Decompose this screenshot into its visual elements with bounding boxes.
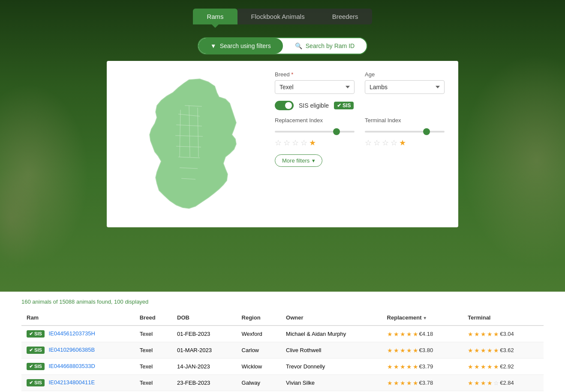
cell-breed: Texel [135, 326, 172, 342]
terminal-stars-cell: ★★★★★ €3.04 [468, 331, 538, 338]
nav-tabs: Rams Flockbook Animals Breeders [193, 9, 372, 24]
terminal-stars-row: ☆ ☆ ☆ ☆ ★ [365, 138, 445, 148]
map-container[interactable] [120, 71, 266, 217]
more-filters-label: More filters [282, 157, 310, 164]
cell-terminal: ★★★★★ €2.92 [463, 359, 544, 375]
rep-star: ★ [406, 347, 412, 354]
results-count: 160 animals of 15088 animals found, 100 … [21, 299, 544, 305]
sis-badge: ✔ SIS [334, 102, 354, 109]
cell-terminal: ★★★★☆ €2.84 [463, 375, 544, 391]
cell-replacement: ★★★★★ €3.79 [382, 359, 463, 375]
term-star: ★ [474, 331, 480, 338]
table-header: Ram Breed DOB Region Owner Replacement T… [21, 310, 544, 326]
terminal-star-1[interactable]: ☆ [365, 138, 372, 148]
terminal-index-group: Terminal Index ☆ ☆ ☆ ☆ ★ [365, 117, 445, 148]
ireland-map[interactable] [133, 71, 253, 217]
col-ram: Ram [21, 310, 135, 326]
rep-star: ★ [406, 380, 412, 386]
cell-breed: Texel [135, 375, 172, 391]
term-star: ★ [487, 331, 493, 338]
sis-tag: ✔ SIS [27, 379, 45, 386]
cell-region: Galway [237, 375, 281, 391]
col-replacement[interactable]: Replacement [382, 310, 463, 326]
term-star: ★ [468, 347, 473, 354]
age-select[interactable]: Lambs Shearlings Adults [365, 80, 445, 94]
replacement-star-3[interactable]: ☆ [292, 138, 299, 148]
terminal-star-4[interactable]: ☆ [391, 138, 397, 148]
breed-label: Breed * [275, 71, 355, 78]
terminal-value: €3.62 [500, 347, 514, 353]
ram-id-link[interactable]: IE044561203735H [48, 330, 95, 337]
cell-breed: Texel [135, 359, 172, 375]
table-body: ✔ SIS IE044561203735H Texel 01-FEB-2023 … [21, 326, 544, 391]
cell-replacement: ★★★★★ €3.78 [382, 375, 463, 391]
replacement-star-5[interactable]: ★ [309, 138, 316, 148]
sis-row: SIS eligible ✔ SIS [275, 101, 445, 110]
replacement-stars-cell: ★★★★★ €3.78 [387, 380, 458, 386]
tab-rams[interactable]: Rams [193, 9, 237, 24]
replacement-stars-row: ☆ ☆ ☆ ☆ ★ [275, 138, 355, 148]
terminal-value: €2.92 [500, 363, 514, 370]
breed-select[interactable]: Texel Suffolk Charollais Lleyn Belclare [275, 80, 355, 94]
terminal-star-2[interactable]: ☆ [373, 138, 380, 148]
cell-dob: 01-FEB-2023 [172, 326, 237, 342]
chevron-down-icon: ▾ [312, 157, 315, 164]
sis-toggle[interactable] [275, 101, 294, 110]
age-label: Age [365, 71, 445, 78]
rep-star: ★ [394, 363, 399, 370]
search-filter-button[interactable]: ▼ Search using filters [198, 38, 283, 54]
cell-ram: ✔ SIS IE044668803533D [21, 359, 135, 375]
cell-ram: ✔ SIS IE044561203735H [21, 326, 135, 342]
more-filters-button[interactable]: More filters ▾ [275, 154, 322, 167]
table-row: ✔ SIS IE041029606385B Texel 01-MAR-2023 … [21, 342, 544, 359]
ram-id-link[interactable]: IE042134800411E [48, 379, 95, 386]
terminal-star-5[interactable]: ★ [399, 138, 406, 148]
term-star: ★ [474, 380, 480, 386]
terminal-value: €3.04 [500, 331, 514, 337]
results-section: 160 animals of 15088 animals found, 100 … [0, 292, 565, 392]
ram-id-link[interactable]: IE041029606385B [48, 347, 95, 353]
cell-region: Wicklow [237, 359, 281, 375]
terminal-stars-cell: ★★★★★ €3.62 [468, 347, 538, 354]
filter-panel: Breed * Texel Suffolk Charollais Lleyn B… [107, 61, 458, 227]
ram-id-link[interactable]: IE044668803533D [48, 363, 95, 369]
term-star: ★ [493, 347, 499, 354]
table-row: ✔ SIS IE042134800411E Texel 23-FEB-2023 … [21, 375, 544, 391]
cell-dob: 14-JAN-2023 [172, 359, 237, 375]
rep-star: ★ [387, 380, 393, 386]
replacement-value: €3.78 [419, 380, 433, 386]
cell-owner: Vivian Silke [281, 375, 382, 391]
rep-star: ★ [413, 331, 418, 338]
rep-star: ★ [387, 347, 393, 354]
filter-icon: ▼ [210, 42, 216, 49]
tab-breeders[interactable]: Breeders [319, 9, 372, 24]
tab-flockbook[interactable]: Flockbook Animals [237, 9, 319, 24]
replacement-star-2[interactable]: ☆ [283, 138, 290, 148]
search-ramid-button[interactable]: 🔍 Search by Ram ID [283, 38, 367, 54]
terminal-stars-cell: ★★★★☆ €2.84 [468, 380, 538, 386]
terminal-index-slider[interactable] [365, 131, 445, 133]
replacement-star-1[interactable]: ☆ [275, 138, 282, 148]
terminal-star-3[interactable]: ☆ [382, 138, 389, 148]
replacement-slider-wrapper [275, 127, 355, 134]
cell-terminal: ★★★★★ €3.62 [463, 342, 544, 359]
replacement-index-group: Replacement Index ☆ ☆ ☆ ☆ ★ [275, 117, 355, 148]
replacement-value: €3.79 [419, 363, 433, 370]
breed-group: Breed * Texel Suffolk Charollais Lleyn B… [275, 71, 355, 94]
term-star: ★ [493, 331, 499, 338]
term-star: ★ [474, 347, 480, 354]
term-star: ★ [468, 363, 473, 370]
table-row: ✔ SIS IE044668803533D Texel 14-JAN-2023 … [21, 359, 544, 375]
replacement-stars-cell: ★★★★★ €3.79 [387, 363, 458, 370]
rep-star: ★ [394, 347, 399, 354]
replacement-star-4[interactable]: ☆ [301, 138, 307, 148]
replacement-value: €3.80 [419, 347, 433, 353]
rep-star: ★ [387, 363, 393, 370]
rep-star: ★ [394, 331, 399, 338]
cell-replacement: ★★★★★ €4.18 [382, 326, 463, 342]
term-star: ★ [493, 363, 499, 370]
cell-region: Carlow [237, 342, 281, 359]
replacement-index-slider[interactable] [275, 131, 355, 133]
rep-star: ★ [413, 347, 418, 354]
col-breed: Breed [135, 310, 172, 326]
